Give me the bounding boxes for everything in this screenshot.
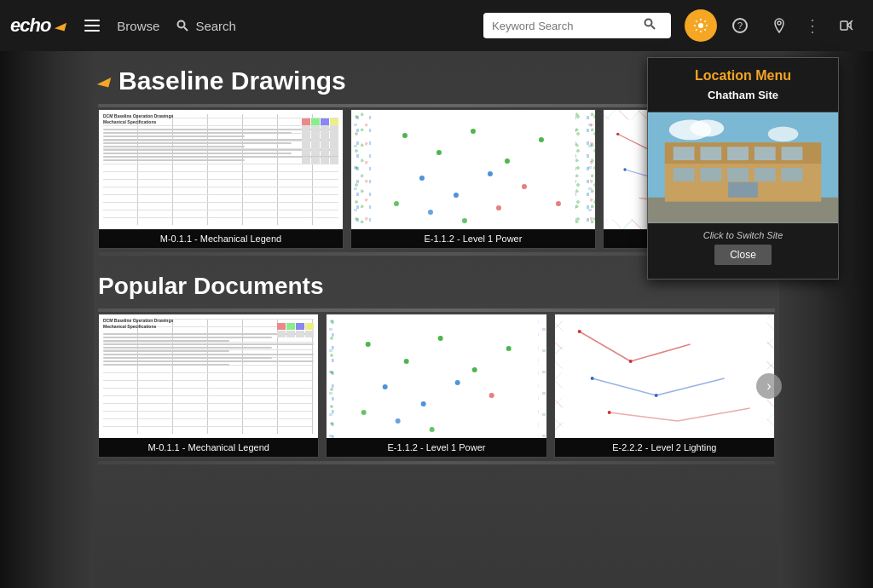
svg-line-12: [851, 20, 853, 22]
keyword-search-wrapper: [483, 13, 671, 38]
svg-point-3: [178, 21, 185, 28]
popular-title: Popular Documents: [98, 273, 323, 300]
popular-cards-row: DCM Baseline Operation DrawingsMechanica…: [98, 314, 775, 458]
click-to-switch-text: Click to Switch Site: [655, 230, 831, 240]
keyword-search-submit[interactable]: [637, 13, 662, 38]
popular-card-3-thumbnail: [555, 314, 774, 438]
location-menu-popup: Location Menu Chatham Site: [647, 57, 839, 280]
svg-rect-81: [728, 182, 758, 198]
svg-rect-77: [700, 168, 721, 182]
svg-point-46: [421, 401, 426, 406]
svg-point-19: [539, 137, 544, 142]
svg-text:?: ?: [737, 20, 743, 31]
logo-arrow-icon: [55, 20, 66, 32]
svg-point-44: [506, 346, 512, 351]
svg-rect-1: [84, 25, 100, 26]
popular-card-1-label: M-0.1.1 - Mechanical Legend: [99, 438, 318, 457]
navbar: echo Browse Search: [0, 0, 873, 51]
popular-card-2[interactable]: E-1.1.2 - Level 1 Power: [326, 314, 546, 458]
baseline-card-2-drawing: [351, 110, 595, 229]
svg-point-35: [616, 133, 619, 135]
location-menu-title: Location Menu: [658, 68, 828, 84]
svg-point-28: [496, 205, 501, 210]
location-menu-image[interactable]: [648, 112, 838, 223]
location-menu-header: Location Menu Chatham Site: [648, 58, 838, 112]
svg-point-27: [462, 218, 467, 223]
keyword-search-input[interactable]: [483, 14, 637, 37]
svg-rect-39: [334, 314, 539, 438]
svg-point-62: [654, 394, 657, 397]
popular-card-3-drawing: [555, 314, 774, 438]
svg-point-48: [489, 393, 494, 398]
svg-point-49: [361, 410, 367, 415]
help-button[interactable]: ?: [724, 9, 756, 42]
svg-point-24: [556, 201, 561, 206]
baseline-card-2-label: E-1.1.2 - Level 1 Power: [351, 229, 595, 248]
svg-point-66: [691, 120, 725, 137]
popular-card-1-drawing: DCM Baseline Operation DrawingsMechanica…: [99, 314, 318, 438]
svg-point-40: [366, 342, 371, 347]
popular-card-1[interactable]: DCM Baseline Operation DrawingsMechanica…: [98, 314, 319, 458]
svg-point-67: [768, 126, 799, 141]
location-menu-site: Chatham Site: [658, 89, 828, 101]
popular-card-1-thumbnail: DCM Baseline Operation DrawingsMechanica…: [99, 314, 318, 438]
more-options-button[interactable]: ⋮: [802, 14, 824, 37]
svg-point-59: [577, 330, 581, 333]
shelf-bar-top-popular: [98, 308, 775, 312]
svg-point-60: [628, 360, 632, 363]
svg-point-5: [645, 20, 652, 26]
next-arrow-button[interactable]: ›: [756, 373, 782, 399]
svg-rect-11: [841, 21, 847, 30]
svg-point-37: [623, 168, 626, 170]
browse-button[interactable]: Browse: [112, 15, 165, 37]
popular-cards-wrapper: DCM Baseline Operation DrawingsMechanica…: [98, 314, 775, 458]
svg-point-61: [590, 377, 593, 380]
baseline-card-2-thumbnail: [351, 110, 595, 229]
svg-point-7: [698, 23, 703, 28]
location-button[interactable]: [763, 9, 795, 42]
svg-point-63: [607, 411, 610, 414]
svg-rect-72: [700, 147, 721, 160]
baseline-card-2[interactable]: E-1.1.2 - Level 1 Power: [350, 109, 596, 249]
search-button[interactable]: Search: [171, 15, 241, 37]
svg-point-23: [522, 184, 527, 189]
svg-point-18: [505, 159, 510, 164]
svg-rect-2: [84, 30, 100, 32]
svg-line-13: [851, 28, 853, 30]
svg-point-22: [488, 171, 493, 176]
menu-icon-button[interactable]: [79, 16, 105, 35]
settings-button[interactable]: [685, 9, 717, 42]
popular-card-3[interactable]: E-2.2.2 - Level 2 Lighting: [554, 314, 775, 458]
svg-rect-75: [782, 147, 803, 160]
svg-point-15: [402, 133, 408, 138]
svg-rect-78: [727, 168, 749, 182]
popular-card-3-label: E-2.2.2 - Level 2 Lighting: [555, 438, 774, 457]
svg-rect-71: [674, 147, 695, 160]
popular-card-2-thumbnail: [327, 314, 546, 438]
svg-point-50: [396, 418, 401, 424]
svg-point-51: [430, 427, 435, 432]
baseline-card-1[interactable]: DCM Baseline Operation DrawingsMechanica…: [98, 109, 344, 249]
baseline-card-1-drawing: DCM Baseline Operation DrawingsMechanica…: [99, 110, 343, 229]
share-button[interactable]: [830, 9, 863, 42]
location-menu-actions: Click to Switch Site Close: [648, 223, 838, 279]
baseline-title: Baseline Drawings: [119, 66, 346, 95]
svg-point-45: [383, 384, 388, 389]
popular-card-2-drawing: [327, 314, 546, 438]
svg-point-43: [472, 367, 477, 372]
svg-line-6: [651, 26, 655, 29]
shelf-bar-bottom-popular: [98, 461, 775, 464]
svg-rect-73: [727, 147, 749, 160]
baseline-icon: [97, 74, 112, 87]
baseline-card-1-thumbnail: DCM Baseline Operation DrawingsMechanica…: [99, 110, 343, 229]
svg-rect-80: [782, 168, 803, 182]
svg-rect-74: [754, 147, 776, 160]
svg-point-10: [778, 21, 781, 25]
svg-rect-79: [754, 168, 776, 182]
svg-point-42: [438, 336, 443, 341]
popular-card-2-label: E-1.1.2 - Level 1 Power: [327, 438, 546, 457]
svg-rect-14: [371, 110, 575, 229]
location-menu-close-button[interactable]: Close: [714, 245, 772, 265]
svg-point-47: [455, 380, 460, 385]
svg-line-4: [184, 27, 188, 31]
